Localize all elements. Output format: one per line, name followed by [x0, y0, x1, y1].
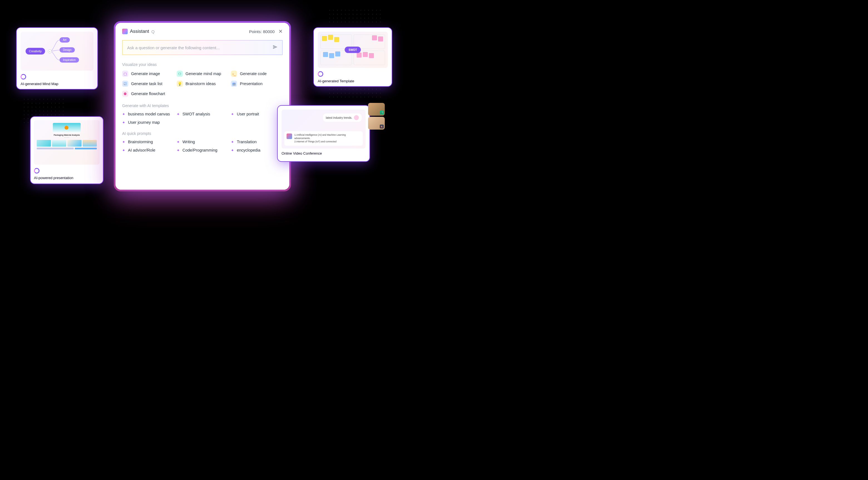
generate-mindmap-option[interactable]: ⚇Generate mind map [177, 71, 228, 77]
help-icon[interactable]: Q [151, 29, 155, 34]
chat-bubble: latest industry trends. [323, 114, 362, 122]
avatar-icon [354, 115, 359, 120]
points-label: Points: 80000 [249, 29, 275, 34]
video-participants: 🎤 🔇 [368, 103, 385, 130]
presentation-thumbs [37, 140, 97, 147]
generate-code-option[interactable]: ›_Generate code [231, 71, 283, 77]
sparkle-icon: ✦ [122, 148, 125, 152]
assistant-header: Assistant Q Points: 80000 ✕ [122, 28, 283, 34]
checklist-icon: ☑ [122, 81, 128, 87]
send-icon[interactable] [273, 44, 278, 51]
template-preview: SWOT [318, 32, 388, 68]
advisor-prompt-option[interactable]: ✦AI advisor/Role [122, 148, 174, 152]
prompt-input-container[interactable] [122, 40, 283, 55]
video-conference-card[interactable]: latest industry trends. 1.Artificial Int… [278, 106, 369, 161]
sparkle-icon: ✦ [177, 112, 180, 116]
image-icon: ▢ [122, 71, 128, 77]
sparkle-icon: ✦ [231, 140, 234, 144]
prompts-section-label: AI quick prompts [122, 131, 283, 136]
mindmap-child-node: Art [60, 37, 70, 42]
visualize-section-label: Visualize your ideas [122, 62, 283, 67]
video-card-caption: Online Video Conference [282, 151, 366, 156]
sparkle-icon: ✦ [231, 112, 234, 116]
sparkle-icon: ✦ [231, 148, 234, 152]
presentation-preview: Packaging Material Analysis • • • • [34, 120, 100, 165]
code-prompt-option[interactable]: ✦Code/Programming [177, 148, 228, 152]
sparkle-icon: ✦ [177, 140, 180, 144]
presentation-subtitle: • • • • [64, 136, 69, 138]
participant-tile: 🎤 [368, 103, 385, 116]
generate-image-option[interactable]: ▢Generate image [122, 71, 174, 77]
mindmap-preview: Creativity − Art Design Inspiration [21, 32, 93, 71]
prompt-input[interactable] [127, 45, 273, 50]
presentation-slide-title: Packaging Material Analysis [54, 134, 80, 136]
presentation-option[interactable]: ▤Presentation [231, 81, 283, 87]
generate-tasklist-option[interactable]: ☑Generate task list [122, 81, 174, 87]
presentation-bars [37, 148, 97, 149]
loading-spinner-icon [34, 168, 39, 173]
generate-flowchart-option[interactable]: ⚉Generate flowchart [122, 91, 174, 97]
loading-spinner-icon [318, 71, 323, 77]
template-card-caption: AI-generated Template [318, 79, 388, 83]
brand-logo-icon [286, 133, 292, 139]
mindmap-child-node: Inspiration [60, 57, 79, 63]
swot-badge: SWOT [345, 47, 361, 53]
lightbulb-icon: 💡 [177, 81, 183, 87]
loading-spinner-icon [21, 74, 26, 79]
journey-template-option[interactable]: ✦User journey map [122, 120, 174, 125]
mindmap-child-node: Design [60, 47, 75, 53]
presentation-icon: ▤ [231, 81, 237, 87]
participant-tile: 🔇 [368, 117, 385, 130]
translation-prompt-option[interactable]: ✦Translation [231, 139, 283, 144]
presentation-card-caption: AI-powered presentation [34, 176, 100, 180]
swot-template-option[interactable]: ✦SWOT analysis [177, 112, 228, 116]
mic-on-icon: 🎤 [380, 111, 384, 115]
mindmap-icon: ⚇ [177, 71, 183, 77]
sparkle-icon: ✦ [122, 120, 125, 125]
flowchart-icon: ⚉ [122, 91, 128, 97]
portrait-template-option[interactable]: ✦User portrait [231, 112, 283, 116]
decorative-dots [328, 8, 383, 25]
mic-off-icon: 🔇 [380, 125, 384, 128]
brainstorming-prompt-option[interactable]: ✦Brainstorming [122, 139, 174, 144]
presentation-hero-image [53, 123, 81, 133]
video-conference-preview: latest industry trends. 1.Artificial Int… [282, 109, 366, 149]
encyclopedia-prompt-option[interactable]: ✦encyclopedia [231, 148, 283, 152]
template-card[interactable]: SWOT AI-generated Template [314, 28, 392, 86]
brainstorm-option[interactable]: 💡Brainstorm ideas [177, 81, 228, 87]
mindmap-card-caption: AI-generated Mind Map [21, 82, 93, 86]
mindmap-collapse-icon: − [48, 50, 52, 54]
writing-prompt-option[interactable]: ✦Writing [177, 139, 228, 144]
mindmap-card[interactable]: Creativity − Art Design Inspiration AI-g… [17, 28, 97, 89]
ai-doc-preview: 1.Artificial Intelligence (AI) and Machi… [284, 131, 363, 146]
sparkle-icon: ✦ [122, 112, 125, 116]
templates-section-label: Generate with AI templates [122, 103, 283, 108]
bmc-template-option[interactable]: ✦business model canvas [122, 112, 174, 116]
presentation-card[interactable]: Packaging Material Analysis • • • • AI-p… [31, 117, 103, 184]
brand-logo-icon [122, 29, 128, 34]
assistant-title: Assistant [130, 29, 149, 34]
close-icon[interactable]: ✕ [278, 28, 283, 34]
mindmap-root-node: Creativity [26, 48, 45, 55]
assistant-panel: Assistant Q Points: 80000 ✕ Visualize yo… [116, 23, 289, 190]
code-icon: ›_ [231, 71, 237, 77]
sparkle-icon: ✦ [122, 140, 125, 144]
sparkle-icon: ✦ [177, 148, 180, 152]
